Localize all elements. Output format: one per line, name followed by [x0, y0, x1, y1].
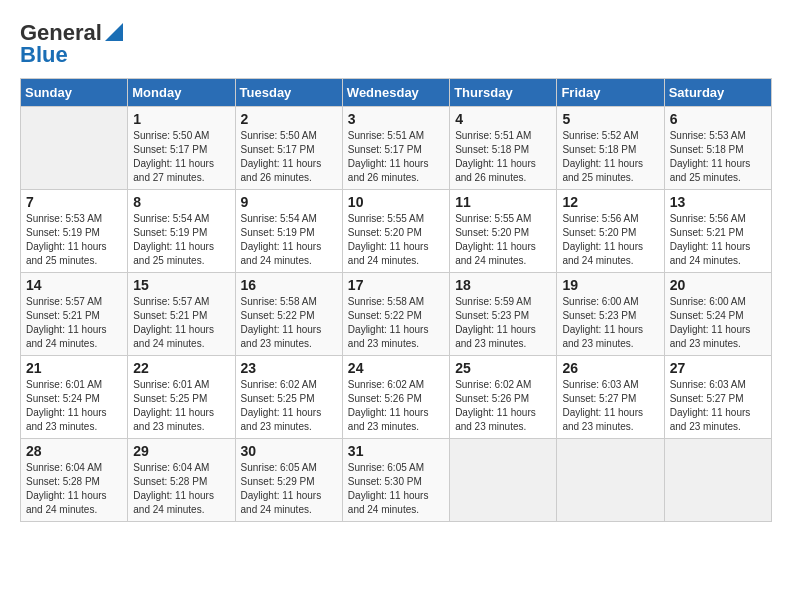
day-number: 29 [133, 443, 229, 459]
header-cell-wednesday: Wednesday [342, 79, 449, 107]
day-info: Sunrise: 6:03 AMSunset: 5:27 PMDaylight:… [562, 378, 658, 434]
day-info: Sunrise: 6:04 AMSunset: 5:28 PMDaylight:… [26, 461, 122, 517]
day-cell: 25Sunrise: 6:02 AMSunset: 5:26 PMDayligh… [450, 356, 557, 439]
day-number: 3 [348, 111, 444, 127]
day-number: 22 [133, 360, 229, 376]
day-cell: 11Sunrise: 5:55 AMSunset: 5:20 PMDayligh… [450, 190, 557, 273]
day-number: 19 [562, 277, 658, 293]
day-info: Sunrise: 5:58 AMSunset: 5:22 PMDaylight:… [348, 295, 444, 351]
day-cell: 16Sunrise: 5:58 AMSunset: 5:22 PMDayligh… [235, 273, 342, 356]
day-number: 10 [348, 194, 444, 210]
day-cell: 27Sunrise: 6:03 AMSunset: 5:27 PMDayligh… [664, 356, 771, 439]
day-cell [664, 439, 771, 522]
day-info: Sunrise: 5:56 AMSunset: 5:21 PMDaylight:… [670, 212, 766, 268]
day-number: 16 [241, 277, 337, 293]
week-row-1: 1Sunrise: 5:50 AMSunset: 5:17 PMDaylight… [21, 107, 772, 190]
day-cell: 29Sunrise: 6:04 AMSunset: 5:28 PMDayligh… [128, 439, 235, 522]
day-cell: 20Sunrise: 6:00 AMSunset: 5:24 PMDayligh… [664, 273, 771, 356]
calendar-table: SundayMondayTuesdayWednesdayThursdayFrid… [20, 78, 772, 522]
day-info: Sunrise: 6:02 AMSunset: 5:26 PMDaylight:… [455, 378, 551, 434]
day-info: Sunrise: 5:53 AMSunset: 5:19 PMDaylight:… [26, 212, 122, 268]
day-number: 24 [348, 360, 444, 376]
day-cell: 19Sunrise: 6:00 AMSunset: 5:23 PMDayligh… [557, 273, 664, 356]
day-cell: 17Sunrise: 5:58 AMSunset: 5:22 PMDayligh… [342, 273, 449, 356]
day-cell [557, 439, 664, 522]
day-cell: 22Sunrise: 6:01 AMSunset: 5:25 PMDayligh… [128, 356, 235, 439]
day-number: 25 [455, 360, 551, 376]
day-number: 27 [670, 360, 766, 376]
day-number: 11 [455, 194, 551, 210]
day-cell: 7Sunrise: 5:53 AMSunset: 5:19 PMDaylight… [21, 190, 128, 273]
day-number: 21 [26, 360, 122, 376]
header-cell-friday: Friday [557, 79, 664, 107]
day-cell: 30Sunrise: 6:05 AMSunset: 5:29 PMDayligh… [235, 439, 342, 522]
day-info: Sunrise: 5:59 AMSunset: 5:23 PMDaylight:… [455, 295, 551, 351]
header-cell-sunday: Sunday [21, 79, 128, 107]
day-info: Sunrise: 5:53 AMSunset: 5:18 PMDaylight:… [670, 129, 766, 185]
logo: General Blue [20, 20, 123, 68]
day-info: Sunrise: 5:58 AMSunset: 5:22 PMDaylight:… [241, 295, 337, 351]
day-cell: 21Sunrise: 6:01 AMSunset: 5:24 PMDayligh… [21, 356, 128, 439]
day-cell: 13Sunrise: 5:56 AMSunset: 5:21 PMDayligh… [664, 190, 771, 273]
day-cell: 9Sunrise: 5:54 AMSunset: 5:19 PMDaylight… [235, 190, 342, 273]
day-number: 18 [455, 277, 551, 293]
day-number: 31 [348, 443, 444, 459]
day-cell: 4Sunrise: 5:51 AMSunset: 5:18 PMDaylight… [450, 107, 557, 190]
day-number: 12 [562, 194, 658, 210]
week-row-2: 7Sunrise: 5:53 AMSunset: 5:19 PMDaylight… [21, 190, 772, 273]
day-info: Sunrise: 5:56 AMSunset: 5:20 PMDaylight:… [562, 212, 658, 268]
svg-marker-0 [105, 23, 123, 41]
logo-triangle [105, 23, 123, 45]
day-number: 8 [133, 194, 229, 210]
day-number: 1 [133, 111, 229, 127]
day-info: Sunrise: 6:00 AMSunset: 5:24 PMDaylight:… [670, 295, 766, 351]
day-info: Sunrise: 5:54 AMSunset: 5:19 PMDaylight:… [133, 212, 229, 268]
day-cell: 18Sunrise: 5:59 AMSunset: 5:23 PMDayligh… [450, 273, 557, 356]
day-info: Sunrise: 6:00 AMSunset: 5:23 PMDaylight:… [562, 295, 658, 351]
day-number: 17 [348, 277, 444, 293]
day-info: Sunrise: 5:50 AMSunset: 5:17 PMDaylight:… [133, 129, 229, 185]
day-cell: 26Sunrise: 6:03 AMSunset: 5:27 PMDayligh… [557, 356, 664, 439]
header-cell-monday: Monday [128, 79, 235, 107]
day-cell: 10Sunrise: 5:55 AMSunset: 5:20 PMDayligh… [342, 190, 449, 273]
day-cell: 23Sunrise: 6:02 AMSunset: 5:25 PMDayligh… [235, 356, 342, 439]
day-info: Sunrise: 6:02 AMSunset: 5:26 PMDaylight:… [348, 378, 444, 434]
day-info: Sunrise: 5:54 AMSunset: 5:19 PMDaylight:… [241, 212, 337, 268]
day-info: Sunrise: 6:01 AMSunset: 5:25 PMDaylight:… [133, 378, 229, 434]
day-cell: 3Sunrise: 5:51 AMSunset: 5:17 PMDaylight… [342, 107, 449, 190]
day-cell [21, 107, 128, 190]
day-cell: 12Sunrise: 5:56 AMSunset: 5:20 PMDayligh… [557, 190, 664, 273]
header-cell-saturday: Saturday [664, 79, 771, 107]
day-info: Sunrise: 6:02 AMSunset: 5:25 PMDaylight:… [241, 378, 337, 434]
day-number: 13 [670, 194, 766, 210]
day-number: 14 [26, 277, 122, 293]
day-number: 23 [241, 360, 337, 376]
header-cell-thursday: Thursday [450, 79, 557, 107]
day-info: Sunrise: 5:55 AMSunset: 5:20 PMDaylight:… [455, 212, 551, 268]
week-row-4: 21Sunrise: 6:01 AMSunset: 5:24 PMDayligh… [21, 356, 772, 439]
day-cell: 1Sunrise: 5:50 AMSunset: 5:17 PMDaylight… [128, 107, 235, 190]
day-number: 9 [241, 194, 337, 210]
week-row-3: 14Sunrise: 5:57 AMSunset: 5:21 PMDayligh… [21, 273, 772, 356]
day-number: 4 [455, 111, 551, 127]
day-number: 15 [133, 277, 229, 293]
day-info: Sunrise: 5:55 AMSunset: 5:20 PMDaylight:… [348, 212, 444, 268]
day-info: Sunrise: 6:03 AMSunset: 5:27 PMDaylight:… [670, 378, 766, 434]
page-header: General Blue [20, 20, 772, 68]
day-info: Sunrise: 5:50 AMSunset: 5:17 PMDaylight:… [241, 129, 337, 185]
day-number: 20 [670, 277, 766, 293]
day-info: Sunrise: 5:57 AMSunset: 5:21 PMDaylight:… [133, 295, 229, 351]
day-cell: 6Sunrise: 5:53 AMSunset: 5:18 PMDaylight… [664, 107, 771, 190]
header-cell-tuesday: Tuesday [235, 79, 342, 107]
day-cell: 31Sunrise: 6:05 AMSunset: 5:30 PMDayligh… [342, 439, 449, 522]
day-info: Sunrise: 6:04 AMSunset: 5:28 PMDaylight:… [133, 461, 229, 517]
day-cell: 14Sunrise: 5:57 AMSunset: 5:21 PMDayligh… [21, 273, 128, 356]
day-number: 28 [26, 443, 122, 459]
day-info: Sunrise: 5:51 AMSunset: 5:17 PMDaylight:… [348, 129, 444, 185]
day-number: 7 [26, 194, 122, 210]
day-info: Sunrise: 5:52 AMSunset: 5:18 PMDaylight:… [562, 129, 658, 185]
day-info: Sunrise: 6:05 AMSunset: 5:30 PMDaylight:… [348, 461, 444, 517]
day-cell: 8Sunrise: 5:54 AMSunset: 5:19 PMDaylight… [128, 190, 235, 273]
week-row-5: 28Sunrise: 6:04 AMSunset: 5:28 PMDayligh… [21, 439, 772, 522]
day-cell: 28Sunrise: 6:04 AMSunset: 5:28 PMDayligh… [21, 439, 128, 522]
